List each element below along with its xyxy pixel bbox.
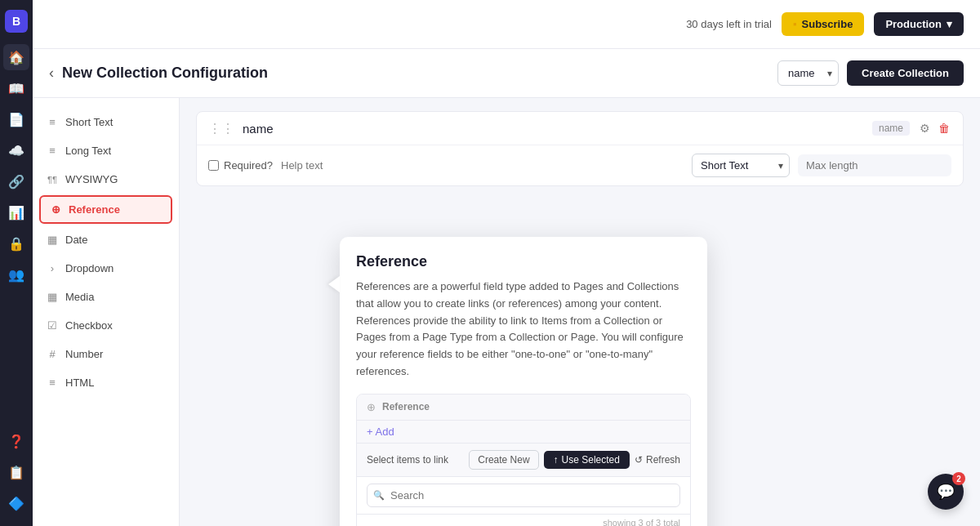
gear-button[interactable]: ⚙	[918, 120, 932, 136]
trial-text: 30 days left in trial	[686, 18, 772, 30]
field-item-label: Dropdown	[65, 262, 114, 274]
field-item-label: Reference	[69, 203, 120, 216]
tooltip-arrow	[328, 276, 340, 292]
wysiwyg-icon: ¶¶	[46, 175, 59, 185]
subscribe-button[interactable]: Subscribe	[782, 12, 864, 36]
sidebar-icon-link[interactable]: 🔗	[3, 168, 29, 194]
html-icon: ≡	[46, 377, 59, 389]
sidebar-icon-diamond[interactable]: 🔷	[3, 490, 29, 516]
field-item-label: Media	[65, 291, 94, 303]
dropdown-icon: ›	[46, 262, 59, 274]
field-name-tag: name	[872, 121, 910, 136]
field-item-label: Checkbox	[65, 319, 113, 332]
select-label: Select items to link	[367, 454, 448, 466]
field-item-wysiwyg[interactable]: ¶¶ WYSIWYG	[33, 165, 179, 194]
chat-badge: 2	[952, 472, 965, 485]
checkbox-icon: ☑	[46, 319, 59, 332]
sidebar-icon-help[interactable]: ❓	[3, 428, 29, 454]
popup-title: Reference	[356, 253, 691, 270]
field-name-input[interactable]	[243, 122, 864, 136]
field-item-label: Date	[65, 234, 87, 246]
trash-button[interactable]: 🗑	[937, 120, 951, 136]
sidebar-icon-page[interactable]: 📄	[3, 106, 29, 132]
production-label: Production	[885, 18, 942, 30]
field-item-short-text[interactable]: ≡ Short Text	[33, 108, 179, 136]
field-item-label: Short Text	[65, 116, 113, 128]
help-text-input[interactable]	[281, 159, 684, 172]
create-new-button[interactable]: Create New	[469, 450, 538, 470]
max-length-input[interactable]	[798, 154, 951, 176]
sidebar-icon-cloud[interactable]: ☁️	[3, 137, 29, 163]
popup-add-row: + Add	[357, 421, 690, 444]
page-header: ‹ New Collection Configuration name Crea…	[33, 49, 980, 98]
reference-popup: Reference References are a powerful fiel…	[340, 237, 707, 526]
field-item-label: HTML	[65, 377, 94, 389]
popup-description: References are a powerful field type add…	[356, 279, 691, 381]
field-row-top: ⋮⋮ name ⚙ 🗑	[197, 112, 963, 145]
field-item-date[interactable]: ▦ Date	[33, 225, 179, 254]
search-row	[357, 477, 690, 515]
refresh-icon: ↺	[635, 454, 643, 466]
field-item-label: Long Text	[65, 145, 111, 157]
popup-ref-label: Reference	[382, 401, 430, 412]
use-selected-label: Use Selected	[562, 454, 620, 466]
field-item-html[interactable]: ≡ HTML	[33, 368, 179, 397]
field-item-label: Number	[65, 348, 103, 360]
date-icon: ▦	[46, 234, 59, 246]
number-icon: #	[46, 348, 59, 360]
drag-handle[interactable]: ⋮⋮	[208, 121, 234, 136]
name-dropdown[interactable]: name	[777, 60, 839, 86]
field-item-checkbox[interactable]: ☑ Checkbox	[33, 311, 179, 340]
sidebar-icon-chart[interactable]: 📊	[3, 199, 29, 225]
short-text-icon: ≡	[46, 116, 59, 128]
editor-area: ⋮⋮ name ⚙ 🗑 Required?	[180, 98, 980, 526]
required-check[interactable]: Required?	[208, 159, 273, 172]
field-actions: ⚙ 🗑	[918, 120, 951, 136]
refresh-button[interactable]: ↺ Refresh	[635, 454, 680, 466]
back-button[interactable]: ‹	[49, 65, 54, 82]
chat-icon: 💬	[937, 483, 955, 501]
main-area: 30 days left in trial Subscribe Producti…	[33, 0, 980, 526]
field-type-select-wrap: Short Text	[692, 154, 790, 177]
field-item-reference[interactable]: ⊕ Reference	[39, 195, 172, 224]
reference-icon: ⊕	[49, 203, 62, 216]
sidebar-icon-home[interactable]: 🏠	[3, 44, 29, 70]
sidebar-logo[interactable]: B	[5, 10, 28, 33]
sidebar-icon-book[interactable]: 📖	[3, 75, 29, 101]
field-type-select[interactable]: Short Text	[692, 154, 790, 177]
popup-inner-header: ⊕ Reference	[357, 394, 690, 421]
production-chevron: ▾	[947, 18, 952, 30]
chat-bubble[interactable]: 💬 2	[928, 474, 964, 510]
toolbar-actions: Create New ↑ Use Selected ↺ Refresh	[469, 450, 680, 470]
page-title: New Collection Configuration	[62, 65, 268, 82]
sidebar-icon-list[interactable]: 📋	[3, 459, 29, 485]
page-header-right: name Create Collection	[777, 60, 964, 86]
sidebar-icon-lock[interactable]: 🔒	[3, 230, 29, 256]
sidebar: B 🏠 📖 📄 ☁️ 🔗 📊 🔒 👥 ❓ 📋 🔷	[0, 0, 33, 526]
name-dropdown-wrap: name	[777, 60, 839, 86]
select-toolbar: Select items to link Create New ↑ Use Se…	[357, 444, 690, 477]
production-button[interactable]: Production ▾	[874, 12, 964, 36]
field-item-long-text[interactable]: ≡ Long Text	[33, 136, 179, 165]
media-icon: ▦	[46, 291, 59, 303]
field-item-dropdown[interactable]: › Dropdown	[33, 254, 179, 283]
field-item-media[interactable]: ▦ Media	[33, 283, 179, 311]
required-checkbox[interactable]	[208, 160, 219, 171]
popup-add-button[interactable]: + Add	[367, 426, 394, 438]
sidebar-icon-users[interactable]: 👥	[3, 261, 29, 288]
create-collection-button[interactable]: Create Collection	[847, 60, 964, 86]
popup-inner: ⊕ Reference + Add Select items to link C…	[356, 394, 691, 526]
field-panel: ≡ Short Text ≡ Long Text ¶¶ WYSIWYG ⊕ Re…	[33, 98, 180, 526]
use-selected-button[interactable]: ↑ Use Selected	[544, 451, 630, 469]
popup-search-input[interactable]	[367, 484, 680, 507]
popup-inner-header-left: ⊕ Reference	[367, 401, 430, 413]
field-row: ⋮⋮ name ⚙ 🗑 Required?	[196, 111, 964, 186]
showing-text: showing 3 of 3 total	[357, 515, 690, 526]
field-item-number[interactable]: # Number	[33, 340, 179, 368]
use-selected-icon: ↑	[554, 454, 559, 466]
refresh-label: Refresh	[646, 454, 680, 466]
page-header-left: ‹ New Collection Configuration	[49, 65, 268, 82]
field-item-label: WYSIWYG	[65, 173, 118, 185]
content-area: ≡ Short Text ≡ Long Text ¶¶ WYSIWYG ⊕ Re…	[33, 98, 980, 526]
top-header: 30 days left in trial Subscribe Producti…	[33, 0, 980, 49]
